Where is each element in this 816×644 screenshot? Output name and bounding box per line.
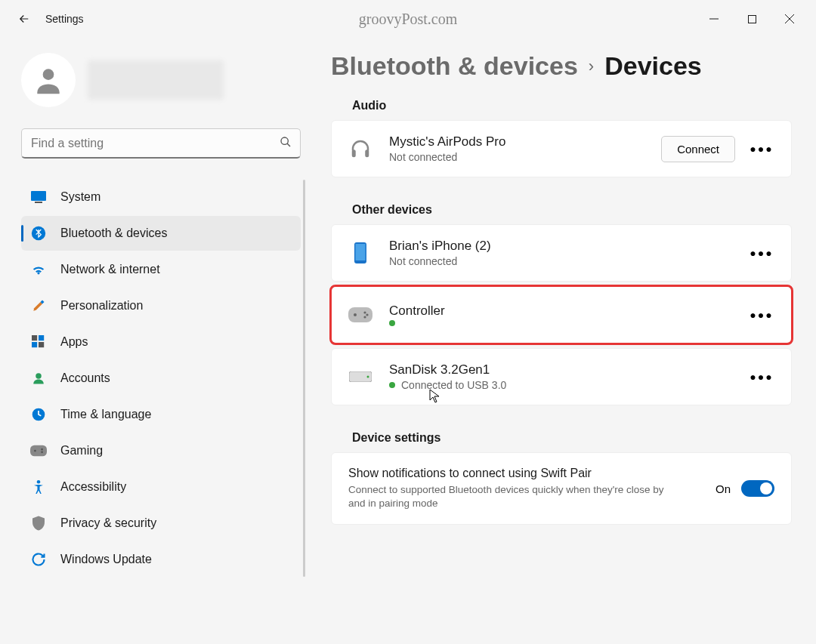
accessibility-icon: [30, 479, 47, 495]
shield-icon: [30, 515, 47, 532]
svg-point-17: [41, 448, 43, 451]
sidebar-item-label: Windows Update: [60, 553, 152, 566]
sidebar-item-apps[interactable]: Apps: [21, 325, 301, 359]
section-title-audio: Audio: [352, 99, 792, 112]
device-row-sandisk[interactable]: SanDisk 3.2Gen1 Connected to USB 3.0 ●●●: [331, 348, 792, 405]
connect-button[interactable]: Connect: [661, 136, 735, 162]
close-button[interactable]: [772, 7, 807, 31]
wifi-icon: [30, 261, 47, 278]
status-dot-icon: [389, 382, 395, 388]
sidebar-item-system[interactable]: System: [21, 180, 301, 214]
clock-globe-icon: [30, 406, 47, 423]
setting-title: Show notifications to connect using Swif…: [348, 467, 716, 480]
svg-rect-1: [748, 15, 756, 23]
device-more-button[interactable]: ●●●: [749, 365, 774, 388]
svg-point-19: [37, 480, 41, 484]
sidebar-item-label: Bluetooth & devices: [60, 226, 167, 240]
breadcrumb: Bluetooth & devices › Devices: [331, 51, 792, 81]
sidebar-item-accessibility[interactable]: Accessibility: [21, 470, 301, 504]
sidebar-item-time[interactable]: Time & language: [21, 397, 301, 432]
minimize-icon: [709, 14, 719, 23]
device-row-iphone[interactable]: Brian's iPhone (2) Not connected ●●●: [331, 224, 792, 282]
headphones-icon: [348, 137, 372, 161]
avatar: [21, 53, 76, 107]
search-icon: [280, 136, 292, 151]
status-dot-icon: [389, 320, 395, 326]
svg-point-27: [366, 313, 368, 316]
device-status: Not connected: [389, 151, 505, 163]
watermark-text: groovyPost.com: [359, 11, 458, 28]
svg-line-6: [287, 143, 290, 146]
device-name: Mystic's AirPods Pro: [389, 134, 505, 149]
svg-rect-10: [32, 335, 37, 340]
breadcrumb-parent[interactable]: Bluetooth & devices: [331, 51, 578, 81]
device-name: SanDisk 3.2Gen1: [389, 362, 506, 377]
sidebar-item-label: System: [60, 190, 100, 204]
svg-rect-11: [39, 335, 44, 340]
minimize-button[interactable]: [697, 7, 731, 31]
svg-point-16: [34, 450, 36, 452]
svg-point-4: [43, 69, 54, 80]
maximize-icon: [748, 15, 756, 23]
back-button[interactable]: [9, 4, 39, 34]
svg-point-25: [363, 311, 366, 313]
sidebar-item-gaming[interactable]: Gaming: [21, 433, 301, 468]
setting-description: Connect to supported Bluetooth devices q…: [348, 483, 666, 510]
svg-point-14: [36, 373, 42, 379]
device-status: [389, 320, 445, 326]
sidebar-item-label: Network & internet: [60, 263, 160, 276]
maximize-button[interactable]: [734, 7, 769, 31]
svg-rect-8: [35, 202, 42, 203]
svg-point-18: [41, 451, 43, 453]
bluetooth-icon: [30, 225, 47, 242]
device-row-airpods[interactable]: Mystic's AirPods Pro Not connected Conne…: [331, 120, 792, 177]
sidebar-item-label: Apps: [60, 335, 88, 349]
phone-icon: [348, 241, 372, 265]
svg-rect-12: [32, 342, 37, 347]
toggle-state-label: On: [716, 482, 731, 495]
sidebar-item-label: Accounts: [60, 371, 110, 385]
setting-row-swift-pair[interactable]: Show notifications to connect using Swif…: [331, 452, 792, 525]
device-name: Controller: [389, 304, 445, 319]
svg-rect-13: [39, 342, 44, 347]
sidebar-item-update[interactable]: Windows Update: [21, 542, 301, 577]
drive-icon: [348, 365, 372, 389]
device-status: Not connected: [389, 255, 491, 267]
gamepad-icon: [30, 442, 47, 459]
apps-icon: [30, 334, 47, 350]
app-title: Settings: [45, 13, 84, 25]
sidebar-item-personalization[interactable]: Personalization: [21, 288, 301, 323]
sidebar-item-label: Privacy & security: [60, 516, 156, 530]
accounts-icon: [30, 370, 47, 387]
update-icon: [30, 551, 47, 568]
system-icon: [30, 189, 47, 205]
profile-block[interactable]: [21, 53, 310, 107]
sidebar-item-label: Gaming: [60, 444, 103, 458]
device-more-button[interactable]: ●●●: [749, 137, 774, 160]
sidebar-item-label: Time & language: [60, 408, 151, 421]
device-name: Brian's iPhone (2): [389, 239, 491, 254]
svg-point-5: [281, 137, 288, 144]
breadcrumb-current: Devices: [604, 51, 702, 81]
sidebar-item-bluetooth[interactable]: Bluetooth & devices: [21, 216, 301, 251]
close-icon: [785, 14, 794, 23]
sidebar-item-network[interactable]: Network & internet: [21, 252, 301, 287]
svg-point-29: [367, 376, 369, 378]
device-more-button[interactable]: ●●●: [749, 242, 774, 264]
controller-icon: [348, 303, 372, 327]
sidebar-item-privacy[interactable]: Privacy & security: [21, 506, 301, 541]
svg-point-24: [354, 313, 357, 316]
svg-rect-23: [356, 244, 366, 260]
search-input[interactable]: [21, 128, 301, 159]
arrow-left-icon: [17, 12, 31, 26]
section-title-other: Other devices: [352, 203, 792, 217]
section-title-device-settings: Device settings: [352, 431, 792, 445]
chevron-right-icon: ›: [589, 57, 594, 76]
sidebar-item-accounts[interactable]: Accounts: [21, 361, 301, 396]
svg-rect-7: [31, 191, 46, 201]
device-row-controller[interactable]: Controller ●●●: [331, 286, 792, 344]
swift-pair-toggle[interactable]: [741, 480, 774, 497]
svg-rect-20: [352, 149, 356, 157]
device-more-button[interactable]: ●●●: [749, 304, 774, 326]
svg-point-26: [363, 316, 366, 318]
